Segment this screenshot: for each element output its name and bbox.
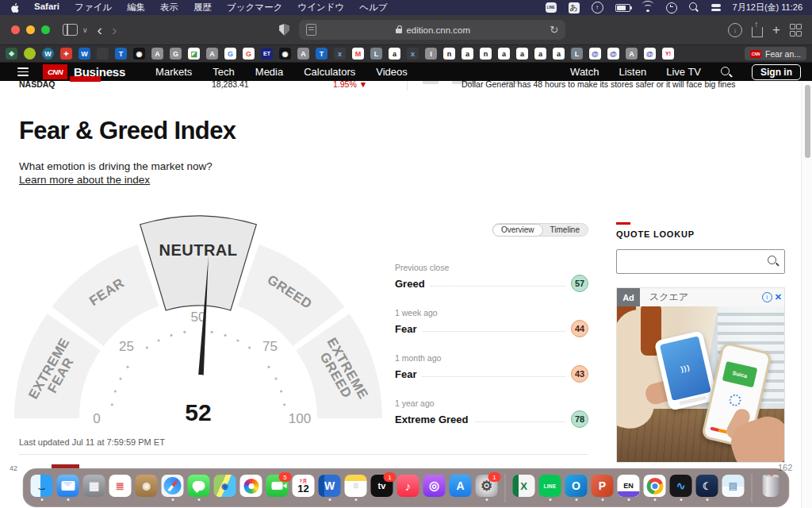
- dock-chrome-icon[interactable]: [643, 475, 667, 501]
- dock-music-icon[interactable]: ♪: [396, 475, 420, 501]
- line-menubar-icon[interactable]: LINE: [546, 2, 557, 13]
- favorite-icon[interactable]: ✦: [60, 48, 72, 60]
- quote-search-icon[interactable]: [768, 256, 779, 267]
- dock-safari-icon[interactable]: [161, 475, 185, 501]
- favorite-icon[interactable]: I: [425, 48, 437, 60]
- forward-button[interactable]: ›: [112, 22, 117, 37]
- zoom-window-button[interactable]: [41, 25, 50, 34]
- reload-icon[interactable]: ↻: [550, 24, 558, 36]
- favorite-icon[interactable]: G: [224, 48, 236, 60]
- back-button[interactable]: ‹: [98, 22, 102, 37]
- favorite-icon[interactable]: T: [115, 48, 127, 60]
- favorite-icon[interactable]: ❖: [6, 48, 17, 60]
- dock-trash-icon[interactable]: [759, 475, 783, 501]
- dock-notes-icon[interactable]: ≡: [344, 475, 368, 501]
- favorite-icon[interactable]: a: [389, 48, 400, 60]
- favorite-icon[interactable]: [97, 48, 109, 60]
- favorite-icon[interactable]: @: [589, 48, 601, 60]
- menubar-clock[interactable]: 7月12日(金) 11:26: [733, 2, 802, 13]
- nav-link-media[interactable]: Media: [255, 66, 283, 78]
- update-menubar-icon[interactable]: ↑: [592, 2, 603, 13]
- favorite-icon[interactable]: x: [407, 48, 419, 60]
- tab-overview-icon[interactable]: [790, 24, 801, 37]
- ad-advertiser[interactable]: スクエア: [649, 291, 688, 304]
- scrollbar-thumb[interactable]: [805, 85, 810, 158]
- sidebar-toggle-icon[interactable]: [63, 24, 78, 36]
- dock-launchpad-icon[interactable]: ▦: [82, 475, 106, 501]
- dock-excel-icon[interactable]: X: [512, 475, 536, 501]
- dock-podcasts-icon[interactable]: ◎: [423, 475, 446, 501]
- dock-photos-icon[interactable]: [239, 475, 263, 501]
- menubar-item-Safari[interactable]: Safari: [34, 2, 59, 13]
- favorite-icon[interactable]: L: [571, 48, 583, 60]
- dock-appstore-icon[interactable]: A: [449, 475, 473, 501]
- favorite-icon[interactable]: n: [480, 48, 492, 60]
- dock-tv-icon[interactable]: tv1: [370, 475, 394, 501]
- dock-calendar-icon[interactable]: 7月12: [292, 475, 316, 501]
- close-window-button[interactable]: [11, 25, 20, 34]
- dock-line-icon[interactable]: LINE: [538, 475, 562, 501]
- favorite-icon[interactable]: ET: [261, 48, 273, 60]
- dock-messages-icon[interactable]: [187, 475, 211, 501]
- ad-close-icon[interactable]: ✕: [775, 292, 782, 302]
- nav-link-live-tv[interactable]: Live TV: [666, 66, 701, 78]
- battery-icon[interactable]: [615, 4, 630, 12]
- favorite-icon[interactable]: a: [516, 48, 528, 60]
- dock-contacts-icon[interactable]: ◉: [135, 475, 159, 501]
- reader-mode-icon[interactable]: [306, 24, 316, 36]
- menubar-item-ファイル[interactable]: ファイル: [75, 2, 112, 13]
- favorite-icon[interactable]: x: [334, 48, 346, 60]
- nav-search-icon[interactable]: [721, 67, 732, 78]
- dock-outlook-icon[interactable]: O: [565, 475, 588, 501]
- dock-en-icon[interactable]: EN: [617, 475, 641, 501]
- nav-link-tech[interactable]: Tech: [213, 66, 234, 78]
- sidebar-chevron-icon[interactable]: ∨: [82, 26, 88, 34]
- dock-powerpoint-icon[interactable]: P: [591, 475, 615, 501]
- menubar-item-履歴[interactable]: 履歴: [193, 2, 212, 13]
- dock-word-icon[interactable]: W: [318, 475, 342, 501]
- wifi-icon[interactable]: [642, 3, 654, 12]
- spotlight-icon[interactable]: [689, 2, 699, 13]
- menubar-item-ヘルプ[interactable]: ヘルプ: [359, 2, 387, 13]
- sign-in-button[interactable]: Sign in: [752, 64, 801, 80]
- dock-stocks-icon[interactable]: ∿: [669, 475, 693, 501]
- minimize-window-button[interactable]: [26, 25, 35, 34]
- downloads-icon[interactable]: ↓: [728, 23, 742, 37]
- favorite-icon[interactable]: A: [206, 48, 218, 60]
- toggle-option-timeline[interactable]: Timeline: [542, 225, 588, 236]
- menubar-item-ブックマーク[interactable]: ブックマーク: [227, 2, 282, 13]
- favorite-icon[interactable]: ◉: [279, 48, 291, 60]
- browser-tab-cnn[interactable]: CNNFear an...: [745, 47, 806, 60]
- favorite-icon[interactable]: T: [316, 48, 327, 60]
- favorite-icon[interactable]: @: [644, 48, 656, 60]
- control-center-icon[interactable]: [711, 4, 721, 11]
- favorite-icon[interactable]: @: [607, 48, 619, 60]
- quote-lookup-input[interactable]: [617, 250, 784, 273]
- favorite-icon[interactable]: Y!: [662, 48, 674, 60]
- favorite-icon[interactable]: M: [352, 48, 364, 60]
- dock-settings-icon[interactable]: ⚙1: [475, 475, 499, 501]
- favorite-icon[interactable]: ◪: [188, 48, 200, 60]
- share-icon[interactable]: [752, 27, 763, 37]
- ad-unit[interactable]: Ad スクエア i ✕ ))): [616, 287, 785, 463]
- url-text[interactable]: edition.cnn.com: [406, 25, 470, 35]
- favorite-icon[interactable]: W: [42, 48, 54, 60]
- favorite-icon[interactable]: ◉: [133, 48, 145, 60]
- favorite-icon[interactable]: a: [498, 48, 510, 60]
- nav-link-videos[interactable]: Videos: [376, 66, 408, 78]
- menubar-item-ウインドウ[interactable]: ウインドウ: [297, 2, 344, 13]
- apple-menu-icon[interactable]: [10, 2, 19, 13]
- nav-link-calculators[interactable]: Calculators: [304, 66, 355, 78]
- scrollbar-track[interactable]: [801, 79, 812, 508]
- favorite-icon[interactable]: G: [170, 48, 182, 60]
- new-tab-icon[interactable]: +: [772, 22, 780, 38]
- dock-files-icon[interactable]: ▤: [722, 475, 745, 501]
- dock-reminders-icon[interactable]: ≣: [109, 475, 132, 501]
- favorite-icon[interactable]: a: [534, 48, 546, 60]
- nav-link-watch[interactable]: Watch: [570, 66, 599, 78]
- nav-link-listen[interactable]: Listen: [619, 66, 646, 78]
- ad-info-icon[interactable]: i: [762, 292, 772, 302]
- url-bar[interactable]: edition.cnn.com ↻: [299, 20, 565, 40]
- favorite-icon[interactable]: a: [462, 48, 473, 60]
- favorite-icon[interactable]: L: [370, 48, 382, 60]
